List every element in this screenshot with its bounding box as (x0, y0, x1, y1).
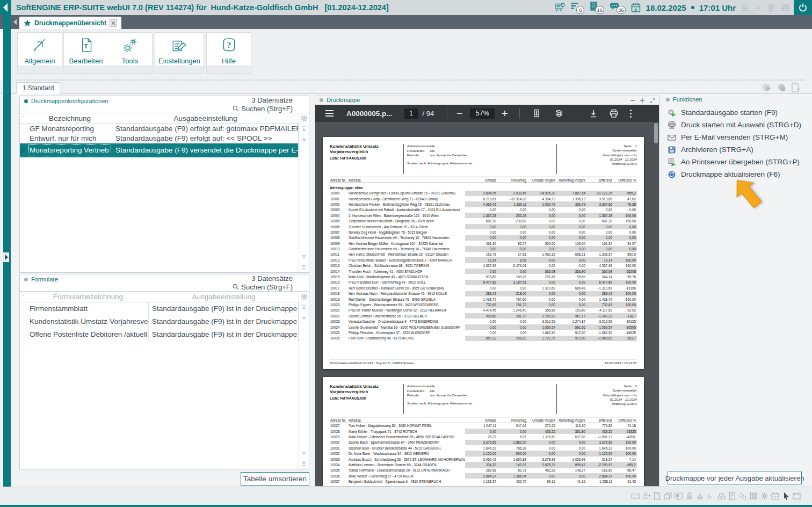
zoom-in-icon[interactable] (501, 110, 509, 117)
binoculars-icon[interactable] (780, 3, 791, 12)
chat-icon[interactable]: 36 (609, 1, 626, 14)
lamp-icon[interactable] (695, 491, 705, 501)
scroll-to-top-icon[interactable] (301, 304, 307, 310)
ribbon-allgemein-button[interactable]: Allgemein (18, 33, 62, 73)
keyboard-icon[interactable] (631, 491, 640, 501)
function-item[interactable]: Archivieren (STRG+A) (665, 143, 803, 156)
table-row[interactable]: Firmenstammblatt Standardausgabe (F9) is… (20, 302, 299, 315)
back-button[interactable] (0, 0, 11, 15)
statistics-row: 10018Herr Andreas Hahn - Reinprechtsdorf… (330, 291, 637, 296)
pdf-zoom-level[interactable]: 57% (470, 108, 495, 119)
pdf-menu-icon[interactable] (325, 110, 334, 117)
forward-icon[interactable] (754, 3, 763, 12)
ribbon-bearbeiten-button[interactable]: T Bearbeiten (64, 33, 108, 73)
print-icon[interactable] (609, 109, 619, 118)
chat-badge: 36 (617, 6, 626, 14)
table-row[interactable]: Entwurf, nur für mich Standardausgabe (F… (20, 134, 299, 143)
formula-icon[interactable]: fx (706, 491, 715, 501)
functions-list: Standardausgabe starten (F9) Druck start… (665, 106, 803, 180)
monitor-icon[interactable] (674, 491, 683, 501)
user-icon[interactable] (642, 491, 651, 501)
tabs-scroll-left-icon[interactable] (13, 19, 17, 25)
table-settings-gear-icon[interactable] (301, 293, 308, 300)
process-icon[interactable] (760, 491, 769, 501)
scroll-to-bottom-icon[interactable] (301, 264, 307, 270)
ribbon-hilfe-button[interactable]: ? Hilfe (207, 33, 251, 73)
rotate-icon[interactable] (554, 108, 564, 118)
binoculars-icon[interactable] (717, 491, 726, 501)
board-icon[interactable] (554, 2, 565, 13)
druckmappe-aktualisieren-option-button[interactable]: Druckmappe vor jeder Ausgabe aktualisier… (668, 472, 802, 484)
search-link[interactable]: Suchen (Strg+F) (233, 105, 293, 113)
function-item[interactable]: An Printserver übergeben (STRG+P) (665, 156, 803, 168)
function-item[interactable]: Standardausgabe starten (F9) (665, 106, 803, 119)
ribbon-tools-button[interactable]: Tools (108, 33, 152, 73)
print-settings-icon[interactable] (762, 82, 772, 93)
window-icon[interactable] (792, 491, 801, 501)
tab-strip: Druckmappenübersicht (0, 15, 812, 29)
statistics-row: 100041. Hundeschule Wien - Babenbergerst… (330, 213, 637, 218)
calculator-icon[interactable] (653, 491, 662, 501)
record-count: 3 Datensätze (233, 274, 293, 283)
scroll-to-top-icon[interactable] (301, 126, 307, 132)
tab-druckmappenuebersicht[interactable]: Druckmappenübersicht (19, 17, 121, 29)
function-item[interactable]: Per E-Mail versenden (STRG+M) (665, 131, 803, 143)
add-document-icon[interactable] (791, 82, 800, 93)
statistics-row: 10033Andreas Busch - Schmiedsberg 26 - 3… (330, 457, 637, 462)
tasks-icon[interactable]: 6 (570, 1, 584, 14)
statistics-row: 10009Herr Andrea Berger-Müller - Kuntzga… (330, 241, 637, 246)
ribbon-einstellungen-button[interactable]: Einstellungen (155, 33, 204, 73)
gears-small-icon[interactable] (738, 491, 748, 501)
scroll-down-icon[interactable] (301, 450, 307, 457)
print-document-icon[interactable] (776, 82, 787, 93)
scroll-down-icon[interactable] (301, 253, 307, 260)
function-item[interactable]: Druck starten mit Auswahl (STRG+D) (665, 119, 803, 131)
panel-expand-icon[interactable] (649, 97, 656, 104)
panel-collapse-handle[interactable] (3, 252, 9, 262)
more-options-icon[interactable] (629, 109, 632, 118)
column-ausgabeeinstellung[interactable]: Ausgabeeinstellung (112, 113, 299, 124)
panel-minimize-icon[interactable] (630, 98, 635, 103)
scroll-up-icon[interactable] (301, 314, 307, 321)
column-bezeichnung[interactable]: Bezeichnung (27, 113, 112, 124)
logout-power-button[interactable] (794, 0, 812, 15)
panel-maximize-icon[interactable] (640, 98, 645, 103)
zoom-out-icon[interactable] (456, 110, 463, 117)
building-icon[interactable]: 16 (589, 1, 604, 14)
document-header: Kundenstatistik Umsatz-Vorjahresvergleic… (330, 144, 637, 174)
ribbon-group-bearbeiten-tools: T Bearbeiten Tools (63, 32, 153, 74)
fit-to-page-icon[interactable] (532, 108, 541, 118)
scroll-up-icon[interactable] (301, 136, 307, 142)
subtab-standard[interactable]: 1 Standard (16, 82, 60, 94)
calendar-small-icon[interactable] (771, 491, 780, 501)
protocol-icon[interactable] (728, 491, 737, 501)
document-star-icon[interactable] (767, 3, 775, 12)
scroll-to-bottom-icon[interactable] (301, 460, 307, 467)
windows-icon[interactable] (663, 491, 672, 501)
column-formularbezeichnung[interactable]: Formularbezeichnung (27, 292, 149, 302)
statistics-row: 10019Ralf Dreher - Gleichenberger Strass… (330, 296, 637, 302)
table-settings-gear-icon[interactable] (301, 115, 308, 122)
function-item[interactable]: Druckmappe aktualisieren (F6) (665, 168, 803, 180)
statistics-row: 10008Goldfischfreunde Hauenstein eV - Te… (330, 235, 637, 241)
pdf-viewer[interactable]: Kundenstatistik Umsatz-Vorjahresvergleic… (315, 122, 659, 487)
table-row[interactable]: Offene Postenliste Debitoren /aktuell St… (20, 328, 299, 341)
table-row[interactable]: Monatsreporting Vertrieb Standardausgabe… (20, 143, 299, 157)
column-ausgabeeinstellung[interactable]: Ausgabeeinstellung (149, 292, 299, 302)
lock-icon[interactable] (741, 3, 749, 12)
statistics-row: 10005Tierpension Wiener Neustadt - Ballg… (330, 218, 637, 223)
calendar-icon[interactable]: 8 (630, 2, 641, 13)
pdf-page-input[interactable]: 1 (404, 108, 418, 119)
search-link[interactable]: Suchen (Strg+F) (233, 283, 293, 292)
lock-icon[interactable] (685, 491, 694, 501)
columns-icon[interactable] (749, 491, 758, 501)
cursor-icon[interactable] (781, 491, 791, 501)
statistics-row: 10028Marie Köhler - Thayapark 71 - 8742 … (330, 429, 637, 434)
download-icon[interactable] (589, 109, 598, 118)
pdf-scrollbar[interactable] (654, 123, 658, 143)
tab-close-icon[interactable] (110, 19, 117, 27)
table-row[interactable]: Kundenstatistik Umstatz-Vorjahresverglei… (20, 315, 299, 328)
tabelle-umsortieren-button[interactable]: Tabelle umsortieren (241, 472, 309, 486)
title-bar: SoftENGINE ERP-SUITE webUI 7.0 (REV 1142… (0, 0, 812, 15)
table-row[interactable]: GF Monatsreporting Standardausgabe (F9) … (20, 124, 299, 134)
